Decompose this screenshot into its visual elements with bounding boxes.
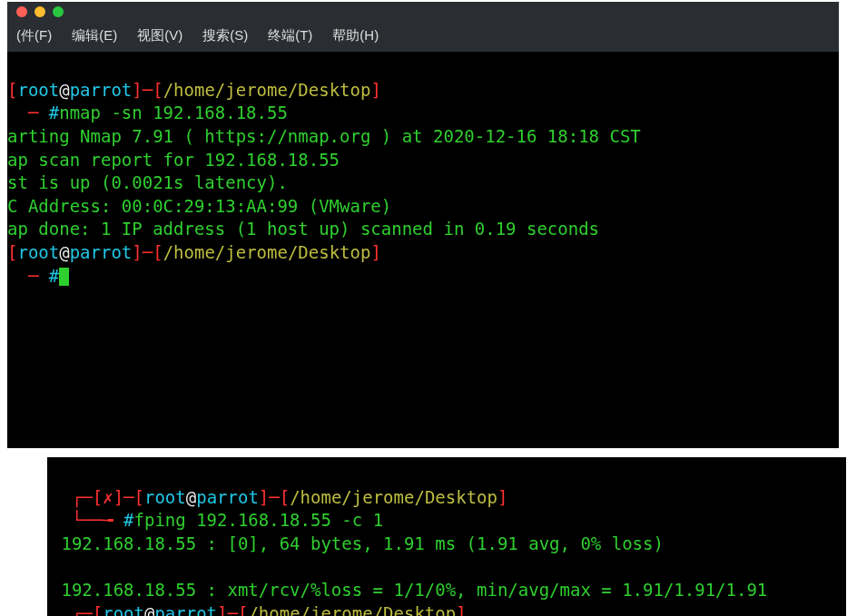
menu-search[interactable]: 搜索(S): [202, 27, 248, 44]
prompt-host: parrot: [70, 80, 133, 100]
terminal-output-1[interactable]: [root@parrot]─[/home/jerome/Desktop] ─ #…: [7, 52, 839, 311]
prompt-bracket: [: [7, 242, 17, 262]
prompt-hash: #: [49, 266, 59, 286]
prompt-bracket: ]: [370, 80, 380, 100]
prompt-bracket: ]─[: [132, 80, 163, 100]
prompt-path: /home/jerome/Desktop: [163, 242, 371, 262]
prompt-host: parrot: [154, 603, 217, 616]
minimize-icon[interactable]: [34, 6, 45, 17]
prompt-bracket: ]: [370, 242, 380, 262]
prompt-user: root: [144, 487, 186, 507]
prompt-bracket: ]─[: [132, 242, 163, 262]
menu-view[interactable]: 视图(V): [137, 27, 182, 44]
close-icon[interactable]: [16, 6, 27, 17]
prompt-bracket: ]: [497, 487, 507, 507]
prompt-arrow: ─: [7, 266, 49, 286]
prompt-hash: #: [123, 510, 133, 530]
prompt-path: /home/jerome/Desktop: [290, 487, 497, 507]
prompt-fail-icon: ✗: [103, 487, 113, 507]
menu-terminal[interactable]: 终端(T): [268, 27, 312, 44]
prompt-host: parrot: [70, 242, 133, 262]
output-line: ap done: 1 IP address (1 host up) scanne…: [7, 219, 599, 239]
prompt-corner: ┌─[: [51, 603, 103, 616]
menu-file[interactable]: (件(F): [16, 27, 52, 44]
command-text: fping 192.168.18.55 -c 1: [134, 510, 384, 530]
prompt-bracket: ]─[: [217, 603, 248, 616]
menubar: (件(F) 编辑(E) 视图(V) 搜索(S) 终端(T) 帮助(H): [7, 22, 839, 52]
prompt-arrow: ─: [7, 103, 49, 122]
prompt-bracket: [: [7, 80, 17, 100]
prompt-hash: #: [49, 103, 59, 122]
output-line: ap scan report for 192.168.18.55: [7, 150, 340, 170]
maximize-icon[interactable]: [53, 6, 64, 17]
prompt-at: @: [144, 603, 154, 616]
prompt-bracket: ]: [456, 603, 466, 616]
output-line: 192.168.18.55 : [0], 64 bytes, 1.91 ms (…: [51, 533, 664, 553]
terminal-output-2[interactable]: ┌─[✗]─[root@parrot]─[/home/jerome/Deskto…: [47, 463, 846, 616]
prompt-user: root: [17, 242, 59, 262]
prompt-at: @: [59, 242, 69, 262]
prompt-at: @: [59, 80, 69, 100]
output-line: arting Nmap 7.91 ( https://nmap.org ) at…: [7, 126, 641, 146]
cursor-icon: [59, 268, 69, 286]
prompt-bracket: ]─[: [259, 487, 290, 507]
prompt-user: root: [17, 80, 59, 100]
prompt-path: /home/jerome/Desktop: [163, 80, 371, 100]
output-line: st is up (0.0021s latency).: [7, 172, 288, 192]
terminal-window-1: (件(F) 编辑(E) 视图(V) 搜索(S) 终端(T) 帮助(H) [roo…: [7, 2, 839, 448]
prompt-at: @: [186, 487, 196, 507]
output-line: C Address: 00:0C:29:13:AA:99 (VMware): [7, 196, 391, 216]
prompt-elbow: └──╼: [51, 510, 123, 530]
command-text: nmap -sn 192.168.18.55: [59, 103, 288, 122]
prompt-host: parrot: [196, 487, 259, 507]
prompt-corner: ┌─[: [51, 487, 103, 507]
prompt-user: root: [103, 603, 144, 616]
prompt-bracket: ]─[: [113, 487, 144, 507]
output-line: 192.168.18.55 : xmt/rcv/%loss = 1/1/0%, …: [51, 580, 767, 600]
terminal-window-2: ┌─[✗]─[root@parrot]─[/home/jerome/Deskto…: [47, 457, 846, 616]
prompt-path: /home/jerome/Desktop: [248, 603, 456, 616]
menu-help[interactable]: 帮助(H): [332, 27, 379, 44]
menu-edit[interactable]: 编辑(E): [72, 27, 117, 44]
window-titlebar: [7, 2, 839, 22]
